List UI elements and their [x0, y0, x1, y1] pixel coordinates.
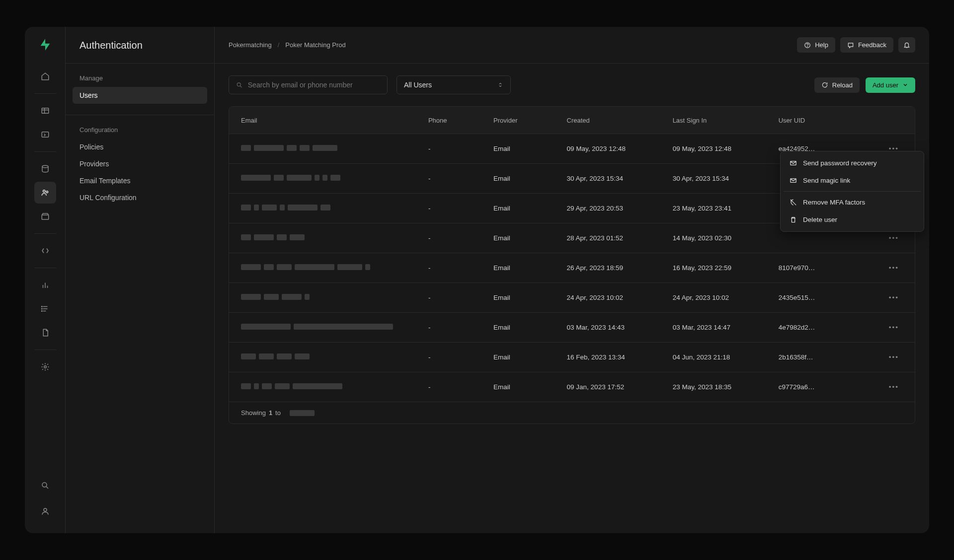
menu-remove-mfa[interactable]: Remove MFA factors [784, 194, 921, 211]
filter-select[interactable]: All Users [397, 75, 511, 94]
breadcrumb-org[interactable]: Pokermatching [229, 41, 272, 49]
table-row[interactable]: -Email24 Apr, 2023 10:0224 Apr, 2023 10:… [229, 282, 915, 312]
table-row[interactable]: -Email03 Mar, 2023 14:4303 Mar, 2023 14:… [229, 312, 915, 342]
cell-last_sign_in: 16 May, 2023 22:59 [673, 264, 779, 272]
table-row[interactable]: -Email09 Jan, 2023 17:5223 May, 2023 18:… [229, 372, 915, 402]
help-icon [804, 42, 811, 49]
reload-icon [821, 81, 828, 88]
cell-created: 26 Apr, 2023 18:59 [567, 264, 673, 272]
rail-home[interactable] [34, 66, 56, 87]
sidebar-item-email-templates[interactable]: Email Templates [73, 172, 207, 189]
sidebar-item-url-config[interactable]: URL Configuration [73, 189, 207, 206]
mail-icon [790, 159, 797, 167]
sidebar-item-providers[interactable]: Providers [73, 155, 207, 172]
svg-point-4 [46, 191, 48, 193]
chevron-down-icon [902, 82, 908, 88]
cell-email [241, 264, 428, 272]
reload-button[interactable]: Reload [814, 77, 860, 93]
sidebar-item-users[interactable]: Users [73, 87, 207, 104]
rail-storage[interactable] [34, 206, 56, 227]
svg-rect-0 [42, 108, 49, 114]
toolbar: All Users Reload Add user [215, 64, 929, 106]
sidebar-item-policies[interactable]: Policies [73, 139, 207, 155]
svg-point-13 [807, 46, 808, 47]
rail-search[interactable] [34, 475, 56, 496]
bell-icon [903, 42, 910, 49]
cell-created: 24 Apr, 2023 10:02 [567, 294, 673, 301]
chat-icon [847, 42, 854, 49]
rail-settings[interactable] [34, 356, 56, 378]
cell-provider: Email [493, 383, 567, 391]
cell-uid: c97729a6… [779, 383, 868, 391]
cell-last_sign_in: 23 May, 2023 18:35 [673, 383, 779, 391]
cell-uid: 8107e970… [779, 264, 868, 272]
cell-phone: - [428, 205, 493, 212]
rail-functions[interactable] [34, 240, 56, 262]
svg-point-7 [41, 308, 42, 309]
cell-created: 09 May, 2023 12:48 [567, 145, 673, 152]
search-input[interactable] [248, 81, 380, 89]
cell-created: 29 Apr, 2023 20:53 [567, 205, 673, 212]
row-actions-button[interactable]: ••• [885, 351, 903, 363]
menu-send-recovery[interactable]: Send password recovery [784, 154, 921, 172]
cell-created: 16 Feb, 2023 13:34 [567, 353, 673, 361]
redacted-text [290, 410, 315, 416]
row-actions-button[interactable]: ••• [885, 322, 903, 333]
svg-point-9 [44, 366, 46, 368]
rail-database[interactable] [34, 158, 56, 180]
trash-icon [790, 216, 797, 223]
cell-provider: Email [493, 234, 567, 242]
cell-phone: - [428, 383, 493, 391]
cell-email [241, 145, 428, 152]
svg-point-11 [44, 508, 47, 511]
rail-auth[interactable] [34, 182, 56, 204]
menu-send-magic[interactable]: Send magic link [784, 172, 921, 189]
search-icon [236, 81, 243, 89]
col-created: Created [567, 117, 673, 124]
breadcrumb: Pokermatching / Poker Matching Prod [229, 41, 346, 49]
rail-user[interactable] [34, 500, 56, 522]
cell-phone: - [428, 324, 493, 331]
cell-provider: Email [493, 324, 567, 331]
mail-icon [790, 177, 797, 184]
breadcrumb-project[interactable]: Poker Matching Prod [285, 41, 345, 49]
cell-provider: Email [493, 294, 567, 301]
menu-delete-user[interactable]: Delete user [784, 211, 921, 228]
rail-logs[interactable] [34, 298, 56, 320]
cell-last_sign_in: 30 Apr, 2023 15:34 [673, 175, 779, 182]
notifications-button[interactable] [898, 37, 915, 53]
feedback-button[interactable]: Feedback [840, 37, 893, 53]
rail-reports[interactable] [34, 274, 56, 296]
table-footer: Showing 1 to [229, 402, 915, 423]
cell-provider: Email [493, 353, 567, 361]
cell-email [241, 353, 428, 361]
svg-point-10 [42, 483, 47, 487]
table-row[interactable]: -Email16 Feb, 2023 13:3404 Jun, 2023 21:… [229, 342, 915, 372]
cell-email [241, 205, 428, 212]
cell-created: 28 Apr, 2023 01:52 [567, 234, 673, 242]
search-box[interactable] [229, 75, 388, 94]
svg-point-6 [41, 306, 42, 307]
rail-sql[interactable] [34, 124, 56, 145]
logo-icon [38, 38, 52, 52]
cell-phone: - [428, 234, 493, 242]
cell-last_sign_in: 23 May, 2023 23:41 [673, 205, 779, 212]
row-actions-button[interactable]: ••• [885, 292, 903, 303]
shield-off-icon [790, 199, 797, 206]
col-phone: Phone [428, 117, 493, 124]
add-user-button[interactable]: Add user [866, 77, 915, 93]
rail-table[interactable] [34, 100, 56, 122]
row-actions-button[interactable]: ••• [885, 262, 903, 274]
cell-phone: - [428, 294, 493, 301]
svg-rect-5 [42, 215, 49, 219]
table-row[interactable]: -Email26 Apr, 2023 18:5916 May, 2023 22:… [229, 253, 915, 282]
table-header: Email Phone Provider Created Last Sign I… [229, 107, 915, 134]
cell-phone: - [428, 353, 493, 361]
cell-created: 03 Mar, 2023 14:43 [567, 324, 673, 331]
cell-email [241, 294, 428, 301]
row-actions-button[interactable]: ••• [885, 381, 903, 393]
rail-docs[interactable] [34, 322, 56, 344]
cell-phone: - [428, 264, 493, 272]
help-button[interactable]: Help [797, 37, 835, 53]
row-actions-button[interactable]: ••• [885, 232, 903, 244]
